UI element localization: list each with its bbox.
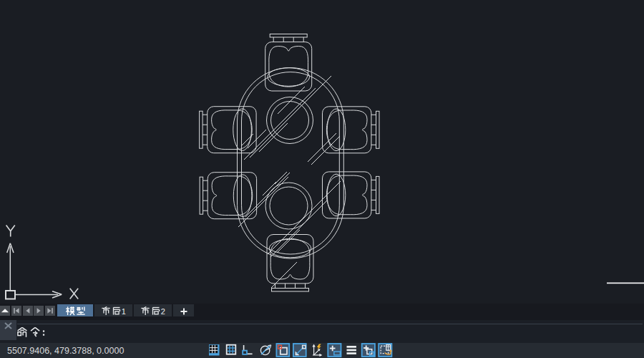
svg-text:2: 2 <box>160 307 165 316</box>
svg-text:1: 1 <box>121 307 125 316</box>
